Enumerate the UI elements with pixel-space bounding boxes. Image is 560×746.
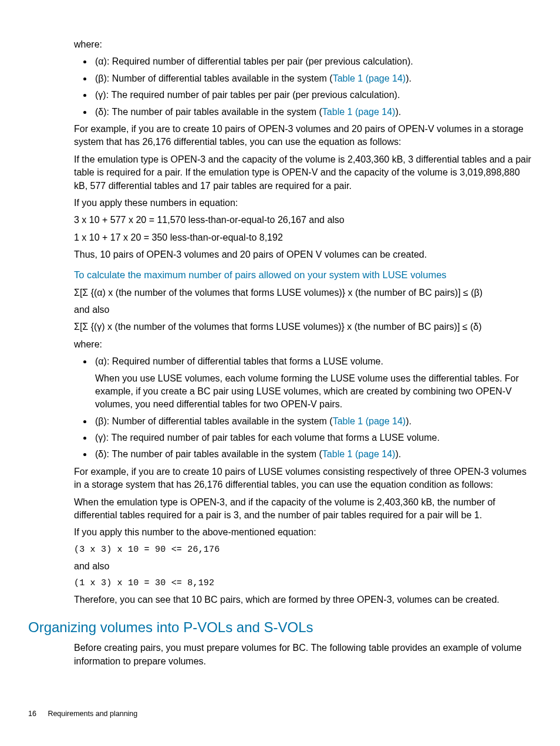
- page-footer: 16 Requirements and planning: [28, 709, 137, 720]
- equation-text: Σ[Σ {(α) x (the number of the volumes th…: [74, 286, 532, 299]
- paragraph: For example, if you are to create 10 pai…: [74, 123, 532, 149]
- heading-organizing-volumes: Organizing volumes into P-VOLs and S-VOL…: [28, 617, 532, 637]
- list-text: (β): Number of differential tables avail…: [95, 73, 333, 83]
- list-item: (δ): The number of pair tables available…: [93, 106, 532, 119]
- paragraph: If you apply this number to the above-me…: [74, 526, 532, 539]
- code-text: (3 x 3) x 10 = 90 <= 26,176: [74, 544, 532, 556]
- page-number: 16: [28, 710, 36, 718]
- list-item: (β): Number of differential tables avail…: [93, 72, 532, 85]
- paragraph: If the emulation type is OPEN-3 and the …: [74, 153, 532, 193]
- list-text: ).: [395, 449, 401, 459]
- paragraph: When the emulation type is OPEN-3, and i…: [74, 496, 532, 522]
- where-label: where:: [74, 38, 532, 51]
- list-item: (γ): The required number of pair tables …: [93, 431, 532, 444]
- list-subtext: When you use LUSE volumes, each volume f…: [95, 372, 532, 411]
- list-text: ).: [395, 107, 401, 117]
- equation-text: Σ[Σ {(γ) x (the number of the volumes th…: [74, 320, 532, 333]
- list-text: (β): Number of differential tables avail…: [95, 416, 333, 426]
- equation-text: 3 x 10 + 577 x 20 = 11,570 less-than-or-…: [74, 214, 532, 227]
- list-item: (γ): The required number of pair tables …: [93, 89, 532, 102]
- paragraph: and also: [74, 303, 532, 316]
- table-link[interactable]: Table 1 (page 14): [322, 449, 396, 459]
- list-text: (δ): The number of pair tables available…: [95, 449, 322, 459]
- list-text: ).: [406, 416, 411, 426]
- list-item: (δ): The number of pair tables available…: [93, 448, 532, 461]
- equation-text: 1 x 10 + 17 x 20 = 350 less-than-or-equa…: [74, 231, 532, 244]
- list-text: (γ): The required number of pair tables …: [95, 90, 400, 100]
- list-item: (β): Number of differential tables avail…: [93, 415, 532, 428]
- section-link-luse[interactable]: To calculate the maximum number of pairs…: [74, 268, 532, 282]
- list-text: (α): Required number of differential tab…: [95, 356, 383, 366]
- paragraph: Therefore, you can see that 10 BC pairs,…: [74, 593, 532, 606]
- list-item: (α): Required number of differential tab…: [93, 55, 532, 68]
- list-item: (α): Required number of differential tab…: [93, 355, 532, 411]
- main-content: where: (α): Required number of different…: [74, 38, 532, 668]
- paragraph: For example, if you are to create 10 pai…: [74, 465, 532, 492]
- list-text: (δ): The number of pair tables available…: [95, 107, 322, 117]
- definition-list-1: (α): Required number of differential tab…: [74, 55, 532, 119]
- code-text: (1 x 3) x 10 = 30 <= 8,192: [74, 577, 532, 589]
- paragraph: If you apply these numbers in equation:: [74, 197, 532, 210]
- list-text: ).: [406, 73, 411, 83]
- paragraph: and also: [74, 560, 532, 573]
- definition-list-2: (α): Required number of differential tab…: [74, 355, 532, 461]
- paragraph: Thus, 10 pairs of OPEN-3 volumes and 20 …: [74, 248, 532, 261]
- where-label: where:: [74, 338, 532, 351]
- table-link[interactable]: Table 1 (page 14): [322, 107, 396, 117]
- table-link[interactable]: Table 1 (page 14): [333, 416, 406, 426]
- footer-chapter: Requirements and planning: [48, 710, 137, 718]
- table-link[interactable]: Table 1 (page 14): [333, 73, 406, 83]
- paragraph: Before creating pairs, you must prepare …: [74, 642, 532, 668]
- list-text: (α): Required number of differential tab…: [95, 56, 413, 66]
- list-text: (γ): The required number of pair tables …: [95, 433, 440, 443]
